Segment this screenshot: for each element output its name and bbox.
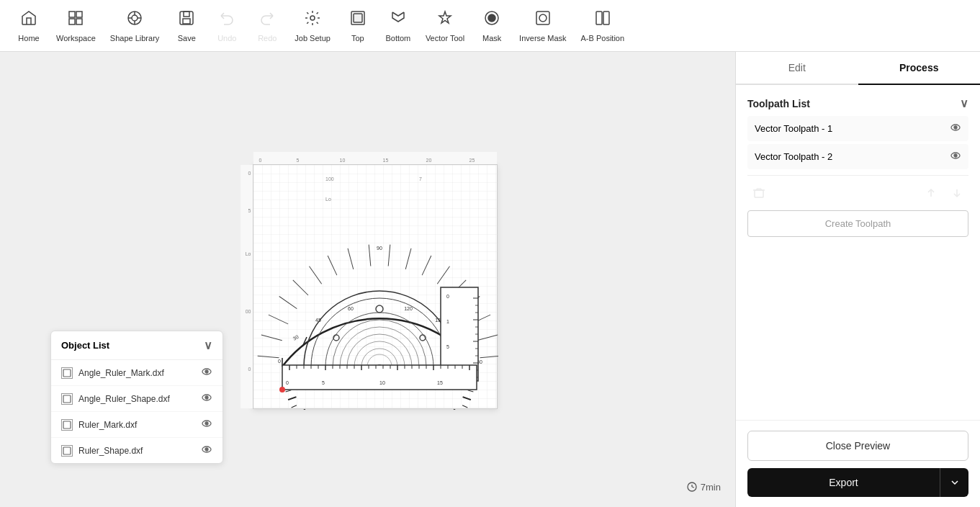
redo-icon bbox=[259, 9, 276, 31]
workspace-icon bbox=[67, 9, 84, 31]
svg-rect-18 bbox=[536, 12, 549, 24]
toolpath-visibility-toggle[interactable] bbox=[950, 122, 961, 135]
bottom-icon bbox=[390, 9, 407, 31]
job-setup-icon bbox=[304, 9, 321, 31]
svg-rect-11 bbox=[184, 12, 189, 17]
svg-text:120: 120 bbox=[404, 306, 413, 311]
canvas-area[interactable]: 0 5 10 15 20 25 0 5 Lo 00 0 bbox=[0, 52, 735, 507]
toolbar-redo[interactable]: Redo bbox=[247, 4, 287, 48]
create-toolpath-button[interactable]: Create Toolpath bbox=[747, 210, 968, 237]
svg-rect-165 bbox=[755, 190, 763, 197]
svg-rect-20 bbox=[596, 12, 602, 24]
toolbar-redo-label: Redo bbox=[258, 34, 277, 42]
svg-point-13 bbox=[310, 16, 315, 20]
svg-text:5: 5 bbox=[446, 344, 449, 349]
svg-rect-3 bbox=[76, 19, 82, 24]
toolbar-ab-position-label: A-B Position bbox=[581, 34, 625, 42]
ab-position-icon bbox=[594, 9, 611, 31]
toolbar-undo[interactable]: Undo bbox=[207, 4, 247, 48]
list-item[interactable]: Ruler_Shape.dxf bbox=[51, 438, 222, 463]
toolpath-section-chevron[interactable]: ∨ bbox=[960, 97, 968, 110]
toolbar: Home Workspace Shape Library bbox=[0, 0, 980, 52]
toolbar-inverse-mask[interactable]: Inverse Mask bbox=[512, 4, 573, 48]
list-item[interactable]: Angle_Ruler_Mark.dxf bbox=[51, 360, 222, 386]
object-file-icon bbox=[61, 367, 73, 379]
toolbar-shape-library-label: Shape Library bbox=[110, 34, 160, 42]
right-content: Toolpath List ∨ Vector Toolpath - 1 Vect… bbox=[736, 85, 980, 420]
toolpath-actions bbox=[747, 175, 968, 205]
svg-text:100: 100 bbox=[325, 176, 334, 181]
undo-icon bbox=[218, 9, 235, 31]
visibility-toggle[interactable] bbox=[201, 418, 212, 431]
clock-icon bbox=[686, 481, 698, 493]
svg-text:90: 90 bbox=[377, 246, 382, 251]
svg-rect-2 bbox=[69, 19, 75, 24]
svg-text:0: 0 bbox=[278, 359, 281, 364]
object-item-label: Angle_Ruler_Shape.dxf bbox=[78, 394, 170, 404]
svg-text:0: 0 bbox=[286, 380, 289, 385]
svg-point-19 bbox=[539, 14, 547, 22]
toolbar-home[interactable]: Home bbox=[9, 4, 49, 48]
svg-line-160 bbox=[692, 487, 694, 488]
svg-point-142 bbox=[279, 387, 285, 392]
inverse-mask-icon bbox=[534, 9, 552, 31]
svg-rect-1 bbox=[76, 12, 82, 17]
svg-point-164 bbox=[954, 154, 957, 157]
svg-rect-10 bbox=[180, 12, 193, 24]
svg-text:7: 7 bbox=[419, 176, 422, 181]
main-area: 0 5 10 15 20 25 0 5 Lo 00 0 bbox=[0, 52, 980, 507]
move-up-toolpath-button[interactable] bbox=[920, 181, 943, 205]
toolpath-item[interactable]: Vector Toolpath - 1 bbox=[747, 116, 968, 141]
toolpath-item-label: Vector Toolpath - 2 bbox=[755, 151, 832, 162]
svg-rect-12 bbox=[183, 19, 190, 24]
toolbar-vector-tool[interactable]: Vector Tool bbox=[418, 4, 472, 48]
delete-toolpath-button[interactable] bbox=[747, 181, 770, 205]
toolbar-inverse-mask-label: Inverse Mask bbox=[519, 34, 566, 42]
toolbar-bottom[interactable]: Bottom bbox=[378, 4, 418, 48]
object-list-header: Object List ∨ bbox=[51, 331, 222, 360]
move-down-toolpath-button[interactable] bbox=[945, 181, 968, 205]
toolpath-item[interactable]: Vector Toolpath - 2 bbox=[747, 144, 968, 169]
toolbar-home-label: Home bbox=[18, 34, 39, 42]
toolbar-ab-position[interactable]: A-B Position bbox=[574, 4, 632, 48]
export-dropdown-button[interactable] bbox=[940, 468, 968, 497]
svg-point-162 bbox=[954, 126, 957, 129]
svg-text:15: 15 bbox=[437, 380, 443, 385]
toolbar-top[interactable]: Top bbox=[338, 4, 378, 48]
close-preview-button[interactable]: Close Preview bbox=[747, 431, 968, 461]
toolpath-section: Toolpath List ∨ Vector Toolpath - 1 Vect… bbox=[747, 97, 968, 237]
object-list-chevron[interactable]: ∨ bbox=[204, 338, 212, 352]
object-list-panel: Object List ∨ Angle_Ruler_Mark.dxf bbox=[50, 331, 223, 464]
shape-library-icon bbox=[126, 9, 143, 31]
object-file-icon bbox=[61, 419, 73, 431]
svg-rect-149 bbox=[63, 395, 71, 403]
visibility-toggle[interactable] bbox=[201, 444, 212, 457]
object-item-label: Ruler_Shape.dxf bbox=[78, 446, 143, 456]
toolpath-visibility-toggle[interactable] bbox=[950, 150, 961, 163]
toolpath-list: Vector Toolpath - 1 Vector Toolpath - 2 bbox=[747, 116, 968, 169]
svg-rect-15 bbox=[354, 14, 362, 22]
object-item-label: Ruler_Mark.dxf bbox=[78, 420, 137, 430]
toolbar-workspace[interactable]: Workspace bbox=[49, 4, 103, 48]
visibility-toggle[interactable] bbox=[201, 366, 212, 380]
svg-rect-111 bbox=[282, 365, 477, 390]
list-item[interactable]: Angle_Ruler_Shape.dxf bbox=[51, 386, 222, 412]
toolbar-mask[interactable]: Mask bbox=[472, 4, 512, 48]
export-button[interactable]: Export bbox=[747, 468, 940, 497]
object-file-icon bbox=[61, 445, 73, 457]
toolbar-bottom-label: Bottom bbox=[385, 34, 410, 42]
toolbar-job-setup[interactable]: Job Setup bbox=[287, 4, 338, 48]
svg-text:0: 0 bbox=[446, 294, 449, 299]
toolbar-shape-library[interactable]: Shape Library bbox=[103, 4, 167, 48]
home-icon bbox=[20, 9, 37, 31]
save-icon bbox=[178, 9, 195, 31]
export-row: Export bbox=[747, 468, 968, 497]
toolbar-job-setup-label: Job Setup bbox=[295, 34, 331, 42]
tab-edit[interactable]: Edit bbox=[736, 52, 858, 85]
tab-process[interactable]: Process bbox=[858, 52, 981, 85]
visibility-toggle[interactable] bbox=[201, 392, 212, 405]
list-item[interactable]: Ruler_Mark.dxf bbox=[51, 412, 222, 438]
canvas-svg: 0 30 45 60 90 120 135 150 180 bbox=[253, 165, 498, 410]
toolpath-section-header: Toolpath List ∨ bbox=[747, 97, 968, 110]
toolbar-save[interactable]: Save bbox=[166, 4, 207, 48]
